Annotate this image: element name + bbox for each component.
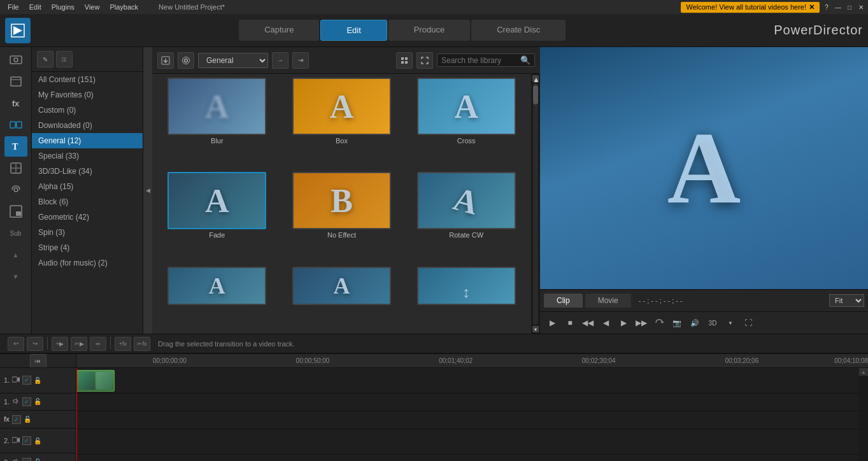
tab-create-disc[interactable]: Create Disc [471,20,566,41]
transition-bottom2[interactable]: A [281,267,403,330]
menu-plugins[interactable]: Plugins [46,2,80,12]
trim-button[interactable]: ⇔ [90,337,106,351]
audio-button[interactable]: 🔊 [688,316,702,330]
track-lock-2a[interactable]: 🔓 [34,458,41,461]
category-custom[interactable]: Custom (0) [32,103,143,118]
category-dropdown[interactable]: General Custom All Content [198,53,268,68]
maximize-button[interactable]: □ [845,3,854,11]
next-frame-button[interactable]: ▶▶ [634,316,648,330]
snapshot-button[interactable]: 📷 [670,316,684,330]
edit-fx-button[interactable]: ✂fx [134,337,150,351]
track-visibility-2[interactable]: ✓ [22,436,31,445]
export2-button[interactable]: ⇥ [292,52,309,69]
transition-noeffect[interactable]: B No Effect [281,172,403,264]
next-button[interactable]: ▶ [616,316,630,330]
tutorial-banner[interactable]: Welcome! View all tutorial videos here! … [681,2,820,13]
transition-box[interactable]: A Box [281,78,403,169]
category-spin[interactable]: Spin (3) [32,225,143,240]
transition-bottom3[interactable]: ↕ [405,267,527,330]
redo-button[interactable]: ↪ [27,337,43,351]
minimize-button[interactable]: — [834,3,843,11]
undo-button[interactable]: ↩ [8,337,24,351]
add-fx-button[interactable]: +fx [115,337,131,351]
settings-button[interactable] [178,52,194,69]
import-button[interactable] [157,52,174,69]
tutorial-close-icon[interactable]: ✕ [809,3,815,11]
sidebar-icon-fx[interactable]: fx [4,93,27,113]
library-scrollbar[interactable]: ▲ ▼ [531,74,540,334]
transition-blur[interactable]: A Blur [156,78,278,169]
grid-view-button[interactable] [396,52,413,69]
sidebar-icon-title[interactable]: T [4,136,27,157]
tab-capture[interactable]: Capture [239,20,319,41]
track-visibility-fx[interactable]: ✓ [12,415,21,424]
3d-dropdown-icon[interactable]: ▼ [723,316,737,330]
menu-file[interactable]: File [3,2,24,12]
sidebar-icon-subpic[interactable]: Sub [4,223,27,243]
preview-tab-clip[interactable]: Clip [544,294,583,308]
category-special[interactable]: Special (33) [32,148,143,164]
transition-bottom1[interactable]: A [156,267,278,330]
expand-button[interactable] [416,52,433,69]
search-input[interactable] [441,56,518,65]
prev-button[interactable]: ◀ [599,316,613,330]
preview-tab-movie[interactable]: Movie [585,294,631,308]
sidebar-icon-media[interactable] [4,71,27,92]
category-downloaded[interactable]: Downloaded (0) [32,118,143,133]
menu-playback[interactable]: Playback [104,2,143,12]
menu-edit[interactable]: Edit [24,2,46,12]
track-visibility-1[interactable]: ✓ [22,376,31,385]
prev-frame-button[interactable]: ◀◀ [581,316,595,330]
category-3d[interactable]: 3D/3D-Like (34) [32,164,143,179]
clip-block-1[interactable] [76,370,115,392]
category-general[interactable]: General (12) [32,133,143,148]
stop-button[interactable]: ■ [563,316,577,330]
track-visibility-1a[interactable]: ✓ [22,397,31,406]
transition-rotate[interactable]: A Rotate CW [405,172,527,264]
track-visibility-2a[interactable]: ✓ [22,458,31,461]
track-lock-1a[interactable]: 🔓 [34,398,41,405]
scroll-up-btn[interactable]: ▲ [532,75,539,82]
track-lock-2[interactable]: 🔓 [34,437,41,444]
collapse-panel-button[interactable]: ◀ [143,47,152,334]
fit-dropdown[interactable]: Fit 100% 50% [829,294,864,307]
home-button[interactable]: ⏮ [30,354,46,368]
sidebar-icon-down[interactable]: ▼ [4,266,27,287]
scroll-down-btn[interactable]: ▼ [532,326,539,332]
annotate-btn[interactable]: ✎ [37,51,53,67]
transition-fade[interactable]: A Fade [156,172,278,264]
menu-view[interactable]: View [80,2,105,12]
sidebar-icon-transition[interactable] [4,115,27,135]
help-button[interactable]: ? [822,3,831,11]
category-audio[interactable]: Audio (for music) (2) [32,255,143,271]
playhead[interactable] [76,368,77,461]
sidebar-icon-pip[interactable] [4,201,27,222]
scroll-thumb[interactable] [533,85,538,104]
sidebar-icon-audio[interactable] [4,180,27,200]
3d-button[interactable]: 3D [706,316,720,330]
sidebar-icon-capture[interactable] [4,50,27,70]
track-lock-1[interactable]: 🔓 [34,377,41,384]
category-stripe[interactable]: Stripe (4) [32,240,143,255]
sidebar-icon-up[interactable]: ▲ [4,245,27,265]
transition-cross[interactable]: A Cross [405,78,527,169]
tab-edit[interactable]: Edit [320,20,387,41]
close-button[interactable]: ✕ [857,3,865,11]
track-lock-fx[interactable]: 🔓 [24,416,31,423]
annotate2-btn[interactable]: ✎⃞ [56,51,73,67]
edit-media-button[interactable]: ✂▶ [71,337,87,351]
loop-button[interactable] [652,316,666,330]
play-button[interactable]: ▶ [545,316,559,330]
fullscreen-button[interactable]: ⛶ [741,316,755,330]
category-my-favorites[interactable]: My Favorites (0) [32,87,143,103]
add-media-button[interactable]: +▶ [52,337,68,351]
export1-button[interactable]: → [272,52,288,69]
category-geometric[interactable]: Geometric (42) [32,209,143,225]
timeline-vscroll[interactable]: ▲ ▼ [859,368,868,461]
category-all-content[interactable]: All Content (151) [32,72,143,87]
category-block[interactable]: Block (6) [32,194,143,209]
category-alpha[interactable]: Alpha (15) [32,179,143,194]
sidebar-icon-particle[interactable] [4,158,27,178]
tab-produce[interactable]: Produce [388,20,470,41]
timeline-scroll-up[interactable]: ▲ [859,368,868,376]
